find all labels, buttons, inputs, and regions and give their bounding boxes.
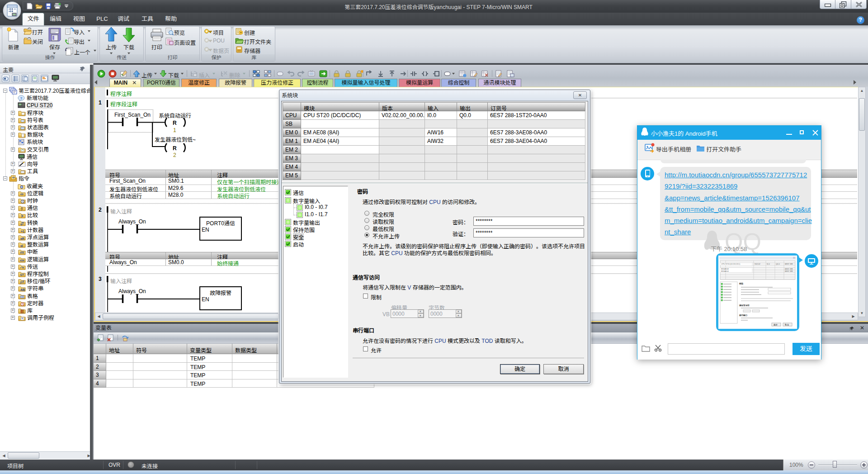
svg-text:通信写访问: 通信写访问 [739, 304, 750, 307]
svg-text:±I: ±I [20, 244, 23, 247]
svg-text:AB: AB [20, 288, 25, 291]
svg-text:V02.02: V02.02 [755, 263, 760, 265]
svg-text:6ES7 288: 6ES7 288 [785, 263, 793, 265]
svg-text:确定: 确定 [774, 323, 778, 326]
svg-text:I0.0: I0.0 [767, 263, 770, 265]
svg-text:取消: 取消 [785, 324, 789, 326]
svg-text:R: R [173, 120, 177, 126]
svg-text:±R: ±R [20, 237, 24, 240]
svg-text:+1: +1 [21, 230, 24, 233]
svg-text:6ES7 288: 6ES7 288 [785, 270, 793, 272]
svg-text:CPU ST20 (DC/DC/DC): CPU ST20 (DC/DC/DC) [721, 263, 741, 265]
svg-text:?: ? [20, 96, 23, 100]
svg-text:密码: 密码 [739, 282, 743, 285]
svg-text:R: R [173, 145, 177, 152]
svg-text:IOII: IOII [20, 259, 24, 262]
svg-text:Q0.0: Q0.0 [776, 263, 780, 265]
svg-text:EM AE04: EM AE04 [721, 270, 729, 272]
svg-text:串行端口: 串行端口 [739, 314, 747, 317]
